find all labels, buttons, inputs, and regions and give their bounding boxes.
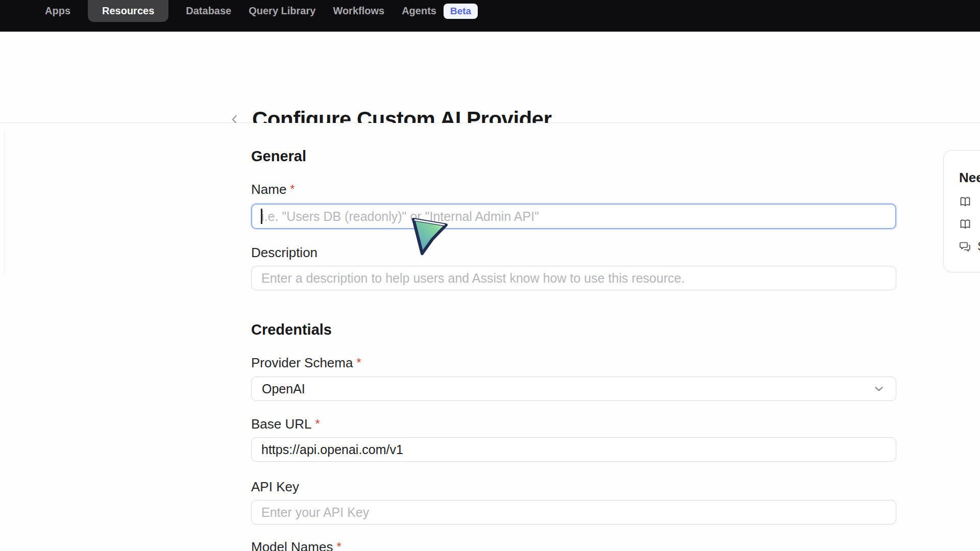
base-url-label: Base URL *	[251, 416, 896, 432]
api-key-label-text: API Key	[251, 479, 299, 495]
required-asterisk: *	[290, 181, 295, 197]
base-url-input[interactable]	[251, 437, 896, 462]
model-names-field-group: Model Names *	[251, 539, 896, 551]
base-url-label-text: Base URL	[251, 416, 312, 432]
book-icon	[959, 195, 971, 208]
beta-badge: Beta	[444, 4, 478, 19]
nav-tab-apps[interactable]: Apps	[45, 5, 70, 17]
book-icon	[959, 218, 971, 230]
chevron-down-icon	[872, 382, 886, 395]
text-caret	[261, 209, 262, 224]
description-label-text: Description	[251, 244, 317, 261]
nav-tab-row: Apps Resources Database Query Library Wo…	[45, 0, 478, 22]
chat-bubbles-icon	[959, 240, 971, 253]
nav-tab-workflows[interactable]: Workflows	[333, 5, 384, 17]
provider-schema-field-group: Provider Schema * OpenAI	[251, 355, 896, 401]
page-header: Configure Custom AI Provider	[0, 32, 980, 122]
provider-schema-label-text: Provider Schema	[251, 355, 353, 371]
name-input[interactable]	[251, 204, 896, 229]
provider-schema-select[interactable]: OpenAI	[251, 377, 896, 401]
nav-tab-query-library[interactable]: Query Library	[249, 5, 315, 17]
nav-tab-database[interactable]: Database	[186, 5, 231, 17]
api-key-input[interactable]	[251, 500, 896, 524]
section-heading-credentials: Credentials	[251, 321, 896, 338]
name-label-text: Name	[251, 181, 286, 197]
description-label: Description	[251, 244, 896, 261]
main-panel: General Name * Description Credentials P…	[0, 123, 980, 551]
description-field-group: Description	[251, 244, 896, 290]
section-heading-general: General	[251, 147, 896, 165]
help-panel: Nee S	[943, 150, 980, 272]
help-link-support[interactable]: S	[959, 240, 980, 253]
provider-schema-value: OpenAI	[262, 382, 305, 396]
required-asterisk: *	[336, 539, 341, 551]
api-key-label: API Key	[251, 479, 896, 495]
help-link-guides[interactable]	[959, 217, 980, 231]
name-input-wrap	[251, 204, 896, 229]
model-names-label: Model Names *	[251, 539, 896, 551]
base-url-field-group: Base URL *	[251, 416, 896, 462]
help-link-documentation[interactable]	[959, 195, 980, 208]
nav-tab-resources[interactable]: Resources	[88, 0, 168, 22]
description-input[interactable]	[251, 266, 896, 290]
provider-schema-label: Provider Schema *	[251, 355, 896, 371]
top-nav: Apps Resources Database Query Library Wo…	[0, 0, 980, 32]
help-panel-heading: Nee	[959, 170, 980, 186]
left-panel-edge	[4, 130, 5, 275]
name-field-group: Name *	[251, 181, 896, 229]
nav-tab-agents[interactable]: Agents	[402, 5, 436, 17]
name-label: Name *	[251, 181, 896, 197]
model-names-label-text: Model Names	[251, 539, 333, 551]
provider-config-form: General Name * Description Credentials P…	[251, 123, 896, 551]
help-link-label: S	[977, 239, 980, 254]
api-key-field-group: API Key	[251, 479, 896, 524]
required-asterisk: *	[315, 416, 320, 432]
required-asterisk: *	[356, 355, 361, 371]
